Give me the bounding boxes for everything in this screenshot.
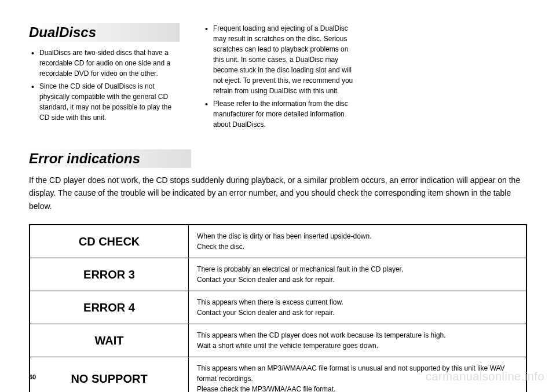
- page-number: 60: [29, 373, 36, 380]
- error-intro: If the CD player does not work, the CD s…: [29, 174, 527, 213]
- error-desc: There is probably an electrical or mecha…: [189, 258, 526, 291]
- error-indications-title: Error indications: [29, 149, 191, 168]
- table-row: ERROR 3 There is probably an electrical …: [30, 258, 526, 291]
- error-line2: Please check the MP3/WMA/AAC file format…: [197, 385, 335, 392]
- error-line2: Check the disc.: [197, 243, 244, 251]
- watermark: carmanualsonline.info: [426, 370, 544, 383]
- list-item: Please refer to the information from the…: [213, 98, 353, 130]
- dualdiscs-title: DualDiscs: [29, 23, 180, 42]
- error-desc: When the disc is dirty or has been inser…: [189, 225, 526, 258]
- error-line1: There is probably an electrical or mecha…: [197, 265, 403, 273]
- list-item: DualDiscs are two-sided discs that have …: [39, 47, 180, 79]
- table-row: WAIT This appears when the CD player doe…: [30, 324, 526, 357]
- error-line1: This appears when the CD player does not…: [197, 331, 446, 339]
- error-table: CD CHECK When the disc is dirty or has b…: [29, 224, 527, 392]
- error-line2: Contact your Scion dealer and ask for re…: [197, 276, 334, 284]
- error-line1: When the disc is dirty or has been inser…: [197, 232, 372, 240]
- error-line2: Wait a short while until the vehicle tem…: [197, 342, 378, 350]
- error-code: ERROR 4: [30, 291, 189, 324]
- error-line2: Contact your Scion dealer and ask for re…: [197, 309, 334, 317]
- dualdiscs-list-2: Frequent loading and ejecting of a DualD…: [203, 23, 353, 130]
- error-code: WAIT: [30, 324, 189, 357]
- dualdiscs-column-1: DualDiscs DualDiscs are two-sided discs …: [29, 23, 180, 132]
- error-code: CD CHECK: [30, 225, 189, 258]
- error-code: NO SUPPORT: [30, 357, 189, 392]
- list-item: Since the CD side of DualDiscs is not ph…: [39, 81, 180, 123]
- dualdiscs-list-1: DualDiscs are two-sided discs that have …: [29, 47, 180, 123]
- error-line1: This appears when there is excess curren…: [197, 298, 343, 306]
- list-item: Frequent loading and ejecting of a DualD…: [213, 23, 353, 96]
- table-row: CD CHECK When the disc is dirty or has b…: [30, 225, 526, 258]
- top-columns: DualDiscs DualDiscs are two-sided discs …: [29, 23, 527, 132]
- error-desc: This appears when there is excess curren…: [189, 291, 526, 324]
- table-row: ERROR 4 This appears when there is exces…: [30, 291, 526, 324]
- dualdiscs-column-2: Frequent loading and ejecting of a DualD…: [203, 23, 353, 132]
- empty-column: [376, 23, 527, 132]
- error-code: ERROR 3: [30, 258, 189, 291]
- error-desc: This appears when the CD player does not…: [189, 324, 526, 357]
